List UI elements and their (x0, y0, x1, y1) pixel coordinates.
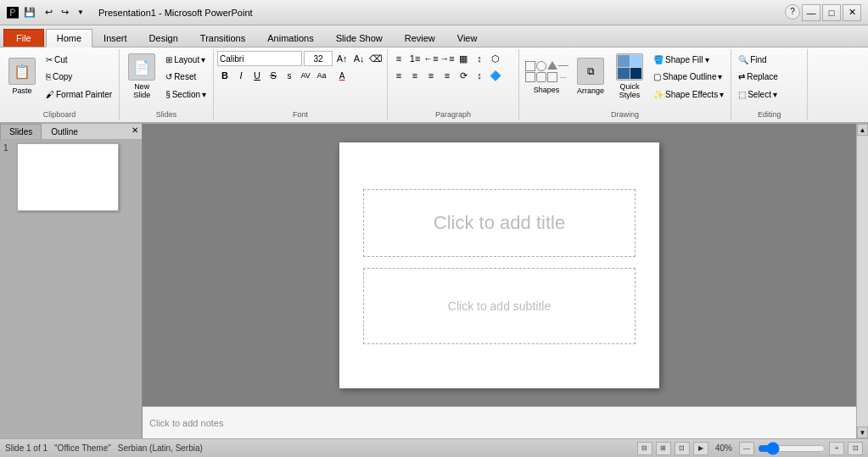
font-content: A↑ A↓ ⌫ B I U S s AV Aa A (217, 51, 384, 109)
font-name-input[interactable] (217, 51, 302, 66)
paste-button[interactable]: 📋 Paste (3, 51, 41, 102)
close-panel-button[interactable]: ✕ (128, 124, 142, 139)
align-left-button[interactable]: ≡ (391, 68, 406, 83)
format-painter-button[interactable]: 🖌 Format Painter (42, 87, 115, 103)
case-button[interactable]: Aa (314, 68, 329, 83)
scroll-down-button[interactable]: ▼ (857, 426, 868, 438)
zoom-out-button[interactable]: — (739, 442, 754, 455)
zoom-in-button[interactable]: + (829, 442, 844, 455)
maximize-button[interactable]: □ (822, 4, 841, 21)
convert-smartart-button[interactable]: 🔷 (488, 68, 503, 83)
shape-line-icon (558, 61, 568, 71)
arrange-button[interactable]: ⧉ Arrange (572, 51, 609, 102)
notes-area[interactable]: Click to add notes (143, 406, 856, 438)
section-icon: § (165, 90, 171, 99)
shadow-button[interactable]: s (282, 68, 297, 83)
editing-col: 🔍 Find ⇄ Replace ⬚ Select ▾ (735, 51, 781, 103)
increase-indent-button[interactable]: →≡ (440, 51, 455, 66)
bold-button[interactable]: B (217, 68, 232, 83)
outline-tab[interactable]: Outline (42, 124, 87, 139)
slide-canvas[interactable]: Click to add title Click to add subtitle (339, 142, 659, 388)
new-slide-button[interactable]: 📄 New Slide (123, 51, 160, 102)
decrease-indent-button[interactable]: ←≡ (423, 51, 439, 66)
align-center-button[interactable]: ≡ (407, 68, 423, 83)
slide-item[interactable]: 1 (3, 143, 138, 211)
title-placeholder-text: Click to add title (434, 212, 565, 234)
reading-view-button[interactable]: ⊡ (675, 442, 690, 455)
normal-view-button[interactable]: ⊟ (637, 442, 652, 455)
tab-transitions[interactable]: Transitions (189, 29, 256, 47)
decrease-font-button[interactable]: A↓ (351, 51, 367, 66)
italic-button[interactable]: I (233, 68, 249, 83)
undo-button[interactable]: ↩ (41, 5, 56, 20)
vertical-scrollbar[interactable]: ▲ ▼ (856, 124, 868, 438)
numbering-button[interactable]: 1≡ (407, 51, 423, 66)
find-button[interactable]: 🔍 Find (735, 52, 781, 67)
shapes-button[interactable]: … Shapes (523, 51, 570, 102)
tab-slideshow[interactable]: Slide Show (325, 29, 394, 47)
title-placeholder[interactable]: Click to add title (363, 189, 636, 257)
layout-button[interactable]: ⊞ Layout ▾ (162, 52, 210, 67)
section-button[interactable]: § Section ▾ (162, 87, 210, 103)
shape-oval-icon (536, 61, 546, 71)
shape-fill-button[interactable]: 🪣 Shape Fill ▾ (650, 52, 727, 67)
tab-design[interactable]: Design (138, 29, 189, 47)
clear-formatting-button[interactable]: ⌫ (368, 51, 384, 66)
close-button[interactable]: ✕ (843, 4, 861, 21)
zoom-slider[interactable] (758, 444, 826, 453)
slides-col: ⊞ Layout ▾ ↺ Reset § Section ▾ (162, 51, 210, 103)
tab-animations[interactable]: Animations (256, 29, 324, 47)
justify-button[interactable]: ≡ (440, 68, 455, 83)
subtitle-placeholder[interactable]: Click to add subtitle (363, 268, 636, 344)
save-qat-button[interactable]: 💾 (22, 5, 37, 20)
smartart-button[interactable]: ⬡ (488, 51, 503, 66)
redo-button[interactable]: ↪ (57, 5, 72, 20)
tab-review[interactable]: Review (394, 29, 446, 47)
char-spacing-button[interactable]: AV (298, 68, 313, 83)
slide-thumbnail[interactable] (17, 143, 119, 211)
reset-button[interactable]: ↺ Reset (162, 70, 210, 85)
text-direction-button[interactable]: ⟳ (456, 68, 471, 83)
tab-insert[interactable]: Insert (92, 29, 138, 47)
strikethrough-button[interactable]: S (266, 68, 281, 83)
language-info: Serbian (Latin, Serbia) (118, 443, 203, 453)
bullets-button[interactable]: ≡ (391, 51, 406, 66)
increase-font-button[interactable]: A↑ (334, 51, 350, 66)
slides-tab[interactable]: Slides (0, 124, 42, 139)
paste-label: Paste (12, 86, 31, 95)
minimize-button[interactable]: — (802, 4, 820, 21)
underline-button[interactable]: U (249, 68, 265, 83)
line-spacing-button[interactable]: ↕ (472, 51, 487, 66)
tab-file[interactable]: File (3, 29, 44, 47)
window-controls: ? — □ ✕ (781, 4, 861, 21)
qat-more-button[interactable]: ▼ (73, 5, 88, 20)
paragraph-content: ≡ 1≡ ←≡ →≡ ▦ ↕ ⬡ ≡ ≡ ≡ ≡ ⟳ ↕ 🔷 (391, 51, 515, 109)
copy-button[interactable]: ⎘ Copy (42, 70, 115, 85)
drawing-group: … Shapes ⧉ Arrange Quick (519, 49, 731, 120)
quick-styles-icon (616, 53, 643, 81)
scroll-track[interactable] (857, 136, 868, 426)
slide-sorter-button[interactable]: ⊞ (656, 442, 671, 455)
replace-button[interactable]: ⇄ Replace (735, 70, 781, 85)
tab-home[interactable]: Home (46, 29, 92, 47)
quick-styles-button[interactable]: Quick Styles (611, 51, 648, 102)
tab-view[interactable]: View (446, 29, 489, 47)
columns-button[interactable]: ▦ (456, 51, 471, 66)
shape-effects-button[interactable]: ✨ Shape Effects ▾ (650, 87, 727, 103)
slides-group: 📄 New Slide ⊞ Layout ▾ ↺ Reset § Section… (120, 49, 214, 120)
paste-icon: 📋 (8, 58, 36, 85)
select-button[interactable]: ⬚ Select ▾ (735, 87, 781, 103)
clipboard-col: ✂ Cut ⎘ Copy 🖌 Format Painter (42, 51, 115, 103)
font-color-button[interactable]: A (334, 68, 350, 83)
shape-triangle-icon (547, 61, 557, 70)
scroll-up-button[interactable]: ▲ (857, 124, 868, 136)
shape-outline-button[interactable]: ▢ Shape Outline ▾ (650, 70, 727, 85)
help-button[interactable]: ? (785, 4, 800, 20)
align-right-button[interactable]: ≡ (423, 68, 439, 83)
fit-window-button[interactable]: ⊡ (848, 442, 863, 455)
align-text-button[interactable]: ↕ (472, 68, 487, 83)
font-size-input[interactable] (304, 51, 333, 66)
cut-button[interactable]: ✂ Cut (42, 52, 115, 67)
slideshow-button[interactable]: ▶ (693, 442, 708, 455)
reset-icon: ↺ (165, 72, 172, 81)
